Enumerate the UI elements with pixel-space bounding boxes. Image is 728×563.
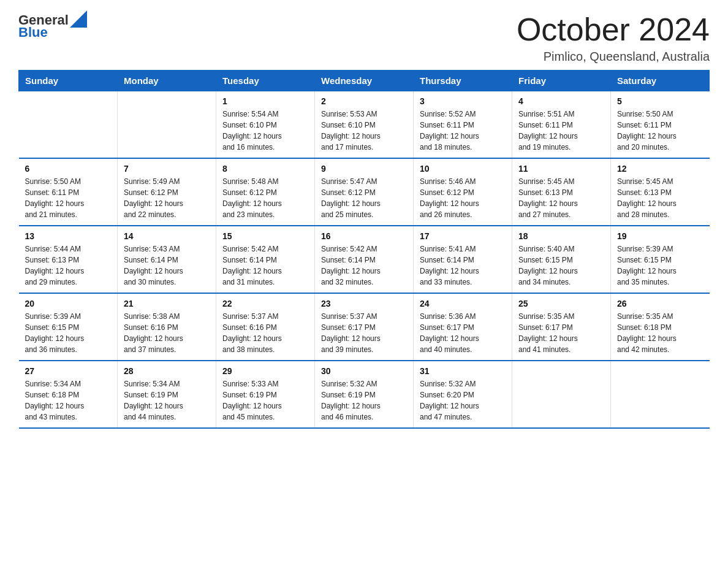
day-number: 11 <box>518 164 604 174</box>
day-info: Sunrise: 5:48 AM Sunset: 6:12 PM Dayligh… <box>222 176 308 220</box>
calendar-cell: 15Sunrise: 5:42 AM Sunset: 6:14 PM Dayli… <box>216 226 315 293</box>
calendar-cell: 18Sunrise: 5:40 AM Sunset: 6:15 PM Dayli… <box>512 226 611 293</box>
day-number: 12 <box>617 164 703 174</box>
column-header-sunday: Sunday <box>19 71 118 91</box>
calendar-cell: 13Sunrise: 5:44 AM Sunset: 6:13 PM Dayli… <box>19 226 118 293</box>
day-number: 25 <box>518 299 604 308</box>
day-number: 5 <box>617 96 703 106</box>
calendar-week-row: 20Sunrise: 5:39 AM Sunset: 6:15 PM Dayli… <box>19 293 710 361</box>
day-info: Sunrise: 5:41 AM Sunset: 6:14 PM Dayligh… <box>420 243 506 288</box>
day-number: 18 <box>518 231 604 241</box>
day-number: 13 <box>25 231 112 241</box>
day-number: 27 <box>25 366 112 376</box>
calendar-cell: 7Sunrise: 5:49 AM Sunset: 6:12 PM Daylig… <box>118 158 216 226</box>
day-info: Sunrise: 5:35 AM Sunset: 6:18 PM Dayligh… <box>617 311 703 355</box>
day-info: Sunrise: 5:52 AM Sunset: 6:11 PM Dayligh… <box>420 109 506 153</box>
logo-text-blue: Blue <box>18 25 48 40</box>
calendar-cell: 27Sunrise: 5:34 AM Sunset: 6:18 PM Dayli… <box>19 361 118 428</box>
day-number: 8 <box>222 164 308 174</box>
day-number: 3 <box>420 96 506 106</box>
day-info: Sunrise: 5:45 AM Sunset: 6:13 PM Dayligh… <box>617 176 703 220</box>
day-info: Sunrise: 5:42 AM Sunset: 6:14 PM Dayligh… <box>222 243 308 288</box>
calendar-cell: 5Sunrise: 5:50 AM Sunset: 6:11 PM Daylig… <box>611 91 710 159</box>
day-number: 14 <box>124 231 210 241</box>
day-number: 10 <box>420 164 506 174</box>
day-info: Sunrise: 5:42 AM Sunset: 6:14 PM Dayligh… <box>321 243 407 288</box>
day-info: Sunrise: 5:35 AM Sunset: 6:17 PM Dayligh… <box>518 311 604 355</box>
calendar-cell: 20Sunrise: 5:39 AM Sunset: 6:15 PM Dayli… <box>19 293 118 361</box>
day-number: 26 <box>617 299 703 308</box>
calendar-week-row: 1Sunrise: 5:54 AM Sunset: 6:10 PM Daylig… <box>19 91 710 159</box>
day-info: Sunrise: 5:39 AM Sunset: 6:15 PM Dayligh… <box>617 243 703 288</box>
day-info: Sunrise: 5:34 AM Sunset: 6:18 PM Dayligh… <box>25 378 112 423</box>
column-header-tuesday: Tuesday <box>216 71 315 91</box>
calendar-cell: 30Sunrise: 5:32 AM Sunset: 6:19 PM Dayli… <box>315 361 414 428</box>
day-number: 1 <box>222 96 308 106</box>
day-number: 24 <box>420 299 506 308</box>
calendar-cell: 6Sunrise: 5:50 AM Sunset: 6:11 PM Daylig… <box>19 158 118 226</box>
column-header-monday: Monday <box>118 71 216 91</box>
day-number: 2 <box>321 96 407 106</box>
day-number: 31 <box>420 366 506 376</box>
day-info: Sunrise: 5:37 AM Sunset: 6:17 PM Dayligh… <box>321 311 407 355</box>
day-info: Sunrise: 5:50 AM Sunset: 6:11 PM Dayligh… <box>25 176 112 220</box>
day-number: 20 <box>25 299 112 308</box>
day-info: Sunrise: 5:34 AM Sunset: 6:19 PM Dayligh… <box>124 378 210 423</box>
day-number: 21 <box>124 299 210 308</box>
column-header-saturday: Saturday <box>611 71 710 91</box>
column-header-friday: Friday <box>512 71 611 91</box>
calendar-cell: 26Sunrise: 5:35 AM Sunset: 6:18 PM Dayli… <box>611 293 710 361</box>
calendar-week-row: 13Sunrise: 5:44 AM Sunset: 6:13 PM Dayli… <box>19 226 710 293</box>
calendar-week-row: 27Sunrise: 5:34 AM Sunset: 6:18 PM Dayli… <box>19 361 710 428</box>
calendar-cell: 11Sunrise: 5:45 AM Sunset: 6:13 PM Dayli… <box>512 158 611 226</box>
day-info: Sunrise: 5:51 AM Sunset: 6:11 PM Dayligh… <box>518 109 604 153</box>
calendar-cell: 4Sunrise: 5:51 AM Sunset: 6:11 PM Daylig… <box>512 91 611 159</box>
day-info: Sunrise: 5:45 AM Sunset: 6:13 PM Dayligh… <box>518 176 604 220</box>
day-number: 19 <box>617 231 703 241</box>
day-info: Sunrise: 5:46 AM Sunset: 6:12 PM Dayligh… <box>420 176 506 220</box>
logo: General Blue <box>18 12 87 40</box>
day-info: Sunrise: 5:49 AM Sunset: 6:12 PM Dayligh… <box>124 176 210 220</box>
day-number: 23 <box>321 299 407 308</box>
day-number: 6 <box>25 164 112 174</box>
day-info: Sunrise: 5:43 AM Sunset: 6:14 PM Dayligh… <box>124 243 210 288</box>
day-number: 7 <box>124 164 210 174</box>
day-info: Sunrise: 5:40 AM Sunset: 6:15 PM Dayligh… <box>518 243 604 288</box>
calendar-cell: 19Sunrise: 5:39 AM Sunset: 6:15 PM Dayli… <box>611 226 710 293</box>
calendar-cell: 9Sunrise: 5:47 AM Sunset: 6:12 PM Daylig… <box>315 158 414 226</box>
day-info: Sunrise: 5:47 AM Sunset: 6:12 PM Dayligh… <box>321 176 407 220</box>
calendar-title-block: October 2024 Pimlico, Queensland, Austra… <box>517 12 710 64</box>
calendar-cell: 3Sunrise: 5:52 AM Sunset: 6:11 PM Daylig… <box>414 91 512 159</box>
day-number: 17 <box>420 231 506 241</box>
calendar-cell: 10Sunrise: 5:46 AM Sunset: 6:12 PM Dayli… <box>414 158 512 226</box>
calendar-cell: 23Sunrise: 5:37 AM Sunset: 6:17 PM Dayli… <box>315 293 414 361</box>
logo-triangle-icon <box>70 10 87 28</box>
calendar-week-row: 6Sunrise: 5:50 AM Sunset: 6:11 PM Daylig… <box>19 158 710 226</box>
column-header-thursday: Thursday <box>414 71 512 91</box>
calendar-header-row: SundayMondayTuesdayWednesdayThursdayFrid… <box>19 71 710 91</box>
day-info: Sunrise: 5:54 AM Sunset: 6:10 PM Dayligh… <box>222 109 308 153</box>
day-info: Sunrise: 5:38 AM Sunset: 6:16 PM Dayligh… <box>124 311 210 355</box>
calendar-cell: 2Sunrise: 5:53 AM Sunset: 6:10 PM Daylig… <box>315 91 414 159</box>
day-info: Sunrise: 5:39 AM Sunset: 6:15 PM Dayligh… <box>25 311 112 355</box>
day-number: 22 <box>222 299 308 308</box>
calendar-cell <box>19 91 118 159</box>
calendar-table: SundayMondayTuesdayWednesdayThursdayFrid… <box>18 70 710 429</box>
calendar-cell: 31Sunrise: 5:32 AM Sunset: 6:20 PM Dayli… <box>414 361 512 428</box>
calendar-cell: 21Sunrise: 5:38 AM Sunset: 6:16 PM Dayli… <box>118 293 216 361</box>
calendar-cell: 22Sunrise: 5:37 AM Sunset: 6:16 PM Dayli… <box>216 293 315 361</box>
calendar-title: October 2024 <box>517 12 710 47</box>
day-number: 29 <box>222 366 308 376</box>
day-number: 15 <box>222 231 308 241</box>
calendar-cell <box>512 361 611 428</box>
day-info: Sunrise: 5:32 AM Sunset: 6:20 PM Dayligh… <box>420 378 506 423</box>
svg-marker-0 <box>70 10 87 28</box>
calendar-cell: 24Sunrise: 5:36 AM Sunset: 6:17 PM Dayli… <box>414 293 512 361</box>
day-number: 9 <box>321 164 407 174</box>
calendar-cell: 28Sunrise: 5:34 AM Sunset: 6:19 PM Dayli… <box>118 361 216 428</box>
day-info: Sunrise: 5:37 AM Sunset: 6:16 PM Dayligh… <box>222 311 308 355</box>
day-number: 4 <box>518 96 604 106</box>
calendar-subtitle: Pimlico, Queensland, Australia <box>517 50 710 64</box>
calendar-cell <box>611 361 710 428</box>
calendar-cell: 16Sunrise: 5:42 AM Sunset: 6:14 PM Dayli… <box>315 226 414 293</box>
